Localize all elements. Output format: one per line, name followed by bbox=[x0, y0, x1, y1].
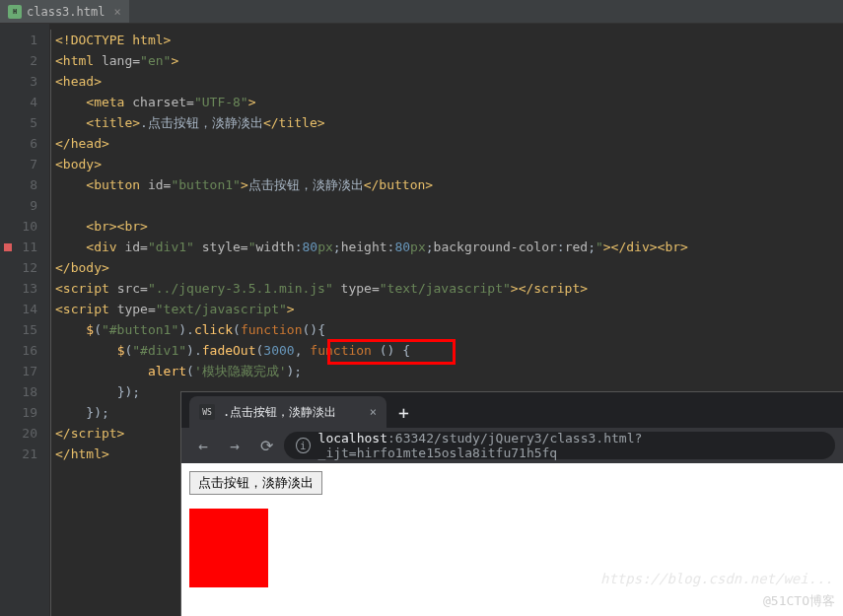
breakpoint-icon[interactable] bbox=[4, 243, 12, 251]
code-line[interactable] bbox=[49, 195, 843, 216]
browser-tab-title: .点击按钮，淡静淡出 bbox=[223, 404, 336, 421]
page-div1 bbox=[189, 509, 268, 587]
code-line[interactable]: <button id="button1">点击按钮，淡静淡出</button> bbox=[49, 174, 843, 195]
watermark-text-2: @51CTO博客 bbox=[763, 592, 835, 610]
code-line[interactable]: <head> bbox=[49, 71, 843, 92]
code-line[interactable]: </head> bbox=[49, 133, 843, 154]
browser-toolbar: ← → ⟳ i localhost:63342/study/jQuery3/cl… bbox=[181, 428, 843, 463]
forward-button[interactable]: → bbox=[221, 437, 248, 455]
code-line[interactable]: <!DOCTYPE html> bbox=[49, 30, 843, 50]
ide-tab-bar: H class3.html × bbox=[0, 0, 843, 24]
code-line[interactable]: </body> bbox=[49, 257, 843, 278]
close-icon[interactable]: × bbox=[370, 405, 377, 419]
new-tab-button[interactable]: + bbox=[386, 396, 421, 428]
code-line[interactable]: <script src="../jquery-3.5.1.min.js" typ… bbox=[49, 278, 843, 299]
code-line[interactable]: <title>.点击按钮，淡静淡出</title> bbox=[49, 112, 843, 133]
code-line[interactable]: $("#button1").click(function(){ bbox=[49, 319, 843, 340]
code-line[interactable]: <meta charset="UTF-8"> bbox=[49, 92, 843, 112]
html-file-icon: H bbox=[8, 5, 22, 19]
address-bar[interactable]: i localhost:63342/study/jQuery3/class3.h… bbox=[284, 432, 835, 459]
browser-tab-bar: WS .点击按钮，淡静淡出 × + bbox=[181, 392, 843, 428]
close-icon[interactable]: × bbox=[113, 5, 120, 19]
back-button[interactable]: ← bbox=[189, 437, 217, 455]
reload-button[interactable]: ⟳ bbox=[252, 437, 280, 455]
browser-viewport: 点击按钮，淡静淡出 bbox=[181, 463, 843, 616]
code-line[interactable]: <div id="div1" style="width:80px;height:… bbox=[49, 237, 843, 257]
code-line[interactable]: <script type="text/javascript"> bbox=[49, 299, 843, 319]
page-button1[interactable]: 点击按钮，淡静淡出 bbox=[189, 471, 322, 495]
code-line[interactable]: alert('模块隐藏完成'); bbox=[49, 361, 843, 381]
ide-file-tab[interactable]: H class3.html × bbox=[0, 0, 129, 23]
ide-tab-filename: class3.html bbox=[27, 5, 105, 19]
line-number-gutter: 123456789101112131415161718192021 bbox=[0, 24, 49, 616]
code-line[interactable]: $("#div1").fadeOut(3000, function () { bbox=[49, 340, 843, 361]
favicon-icon: WS bbox=[199, 404, 215, 420]
code-line[interactable]: <html lang="en"> bbox=[49, 50, 843, 71]
site-info-icon[interactable]: i bbox=[296, 438, 311, 453]
watermark-text: https://blog.csdn.net/wei... bbox=[600, 571, 833, 586]
url-text: localhost:63342/study/jQuery3/class3.htm… bbox=[318, 431, 823, 460]
browser-tab[interactable]: WS .点击按钮，淡静淡出 × bbox=[189, 396, 386, 428]
code-line[interactable]: <br><br> bbox=[49, 216, 843, 237]
code-line[interactable]: <body> bbox=[49, 154, 843, 174]
